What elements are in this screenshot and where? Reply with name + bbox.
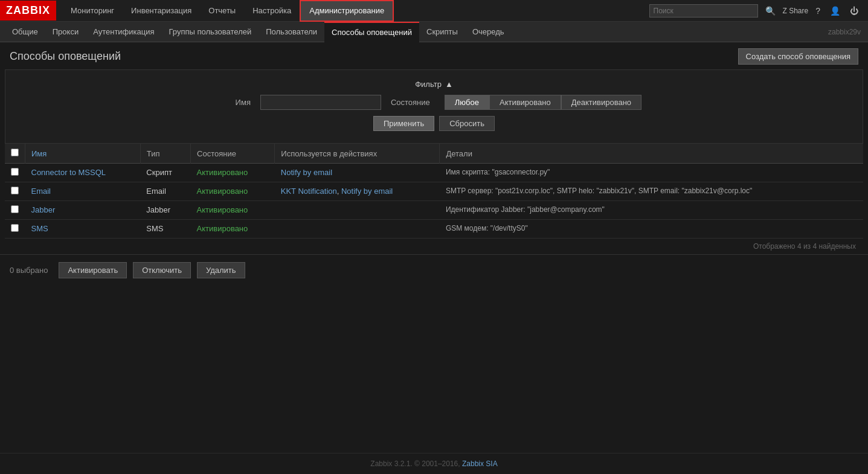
top-nav-items: Мониторинг Инвентаризация Отчеты Настрой… [62,0,649,22]
nav-reports[interactable]: Отчеты [200,0,244,22]
filter-name-input[interactable] [260,95,381,110]
row-used-in: KKT Notification, Notify by email [275,182,440,201]
row-details: GSM модем: "/dev/ttyS0" [440,220,863,239]
row-status: Активировано [191,220,275,239]
subnav-usergroups[interactable]: Группы пользователей [162,22,259,42]
create-media-button[interactable]: Создать способ оповещения [738,48,858,65]
row-used-in: Notify by email [275,164,440,182]
col-header-name[interactable]: Имя [25,144,141,164]
top-nav-right: 🔍 Z Share ? 👤 ⏻ [649,4,868,18]
activate-button[interactable]: Активировать [59,262,127,278]
row-checkbox-cell [5,201,25,220]
filter-status-label: Состояние [391,98,430,107]
filter-body: Имя Состояние Любое Активировано Деактив… [5,95,863,137]
row-details: Имя скрипта: "gsaconnector.py" [440,164,863,182]
row-details: Идентификатор Jabber: "jabber@company.co… [440,201,863,220]
status-badge: Активировано [197,168,248,177]
filter-apply-button[interactable]: Применить [373,116,434,131]
filter-actions: Применить Сбросить [373,116,495,131]
table-row: JabberJabberАктивированоИдентификатор Ja… [5,201,863,220]
page-title: Способы оповещений [10,50,121,63]
col-header-used-in: Используется в действиях [275,144,440,164]
subnav-proxies[interactable]: Прокси [45,22,86,42]
filter-name-row: Имя Состояние Любое Активировано Деактив… [227,95,641,110]
row-used-in [275,220,440,239]
row-status: Активировано [191,164,275,182]
subnav-users[interactable]: Пользователи [259,22,324,42]
filter-reset-button[interactable]: Сбросить [439,116,495,131]
media-name-link[interactable]: SMS [31,224,48,233]
row-checkbox-cell [5,220,25,239]
delete-button[interactable]: Удалить [197,262,245,278]
logout-icon[interactable]: ⏻ [847,6,861,16]
table-row: Connector to MSSQLСкриптАктивированоNoti… [5,164,863,182]
filter-status-any[interactable]: Любое [445,95,489,110]
sub-navigation: Общие Прокси Аутентификация Группы польз… [0,22,868,42]
row-type: Email [140,182,190,201]
media-name-link[interactable]: Email [31,187,51,196]
col-header-details: Детали [440,144,863,164]
subnav-queue[interactable]: Очередь [465,22,512,42]
status-badge: Активировано [197,224,248,233]
footer: Zabbix 3.2.1. © 2001–2016, Zabbix SIA [0,453,868,474]
zshare-link[interactable]: Z Share [783,7,809,15]
media-table-wrapper: Имя Тип Состояние Используется в действи… [5,144,863,254]
subnav-auth[interactable]: Аутентификация [86,22,161,42]
row-status: Активировано [191,201,275,220]
row-checkbox[interactable] [11,224,19,232]
help-icon[interactable]: ? [813,6,823,16]
media-name-link[interactable]: Jabber [31,205,56,214]
row-type: Скрипт [140,164,190,182]
subnav-general[interactable]: Общие [5,22,45,42]
row-used-in [275,201,440,220]
filter-name-label: Имя [227,98,251,107]
row-details: SMTP сервер: "post21v.corp.loc", SMTP he… [440,182,863,201]
row-checkbox[interactable] [11,168,19,176]
bottom-bar: 0 выбрано Активировать Отключить Удалить [0,254,868,286]
logo: ZABBIX [0,1,56,21]
nav-inventory[interactable]: Инвентаризация [123,0,200,22]
nav-monitoring[interactable]: Мониторинг [62,0,123,22]
col-header-type: Тип [140,144,190,164]
search-input[interactable] [649,4,758,18]
user-icon[interactable]: 👤 [828,6,843,16]
row-checkbox[interactable] [11,205,19,213]
used-in-link[interactable]: KKT Notification [281,187,337,196]
row-name: SMS [25,220,141,239]
filter-status-active[interactable]: Активировано [489,95,561,110]
filter-status-group: Любое Активировано Деактивировано [445,95,641,110]
row-name: Email [25,182,141,201]
select-all-checkbox[interactable] [11,149,19,156]
row-type: SMS [140,220,190,239]
status-badge: Активировано [197,187,248,196]
row-name: Connector to MSSQL [25,164,141,182]
row-checkbox[interactable] [11,187,19,194]
current-user: zabbix29v [828,28,868,36]
nav-admin[interactable]: Администрирование [300,0,394,22]
filter-status-inactive[interactable]: Деактивировано [561,95,641,110]
footer-link[interactable]: Zabbix SIA [462,460,498,468]
used-in-link[interactable]: Notify by email [341,187,393,196]
used-in-link[interactable]: Notify by email [281,168,332,177]
filter-toggle[interactable]: Фильтр ▲ [5,76,863,95]
row-name: Jabber [25,201,141,220]
status-badge: Активировано [197,205,248,214]
row-checkbox-cell [5,182,25,201]
deactivate-button[interactable]: Отключить [133,262,191,278]
media-name-link[interactable]: Connector to MSSQL [31,168,106,177]
nav-settings[interactable]: Настройка [244,0,300,22]
filter-title: Фильтр [415,80,442,89]
filter-section: Фильтр ▲ Имя Состояние Любое Активирован… [5,69,863,144]
table-row: SMSSMSАктивированоGSM модем: "/dev/ttyS0… [5,220,863,239]
subnav-media[interactable]: Способы оповещений [324,22,419,42]
row-type: Jabber [140,201,190,220]
footer-text: Zabbix 3.2.1. © 2001–2016, [370,460,460,468]
page-header: Способы оповещений Создать способ оповещ… [0,42,868,69]
selected-count: 0 выбрано [10,266,48,275]
top-navigation: ZABBIX Мониторинг Инвентаризация Отчеты … [0,0,868,22]
filter-arrow-icon: ▲ [445,80,453,89]
col-header-status: Состояние [191,144,275,164]
media-table: Имя Тип Состояние Используется в действи… [5,144,863,239]
search-icon[interactable]: 🔍 [763,6,778,16]
subnav-scripts[interactable]: Скрипты [419,22,465,42]
